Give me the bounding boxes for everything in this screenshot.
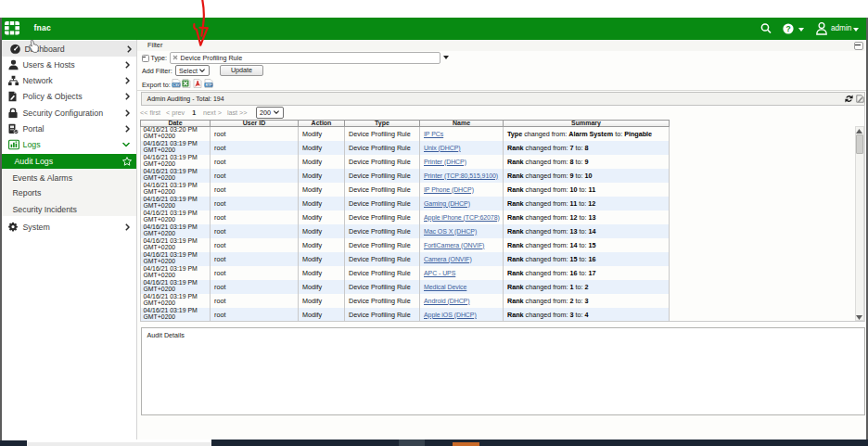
svg-text:?: ? bbox=[785, 24, 790, 33]
svg-text:RTF: RTF bbox=[205, 83, 212, 87]
svg-text:CSV: CSV bbox=[172, 83, 180, 87]
